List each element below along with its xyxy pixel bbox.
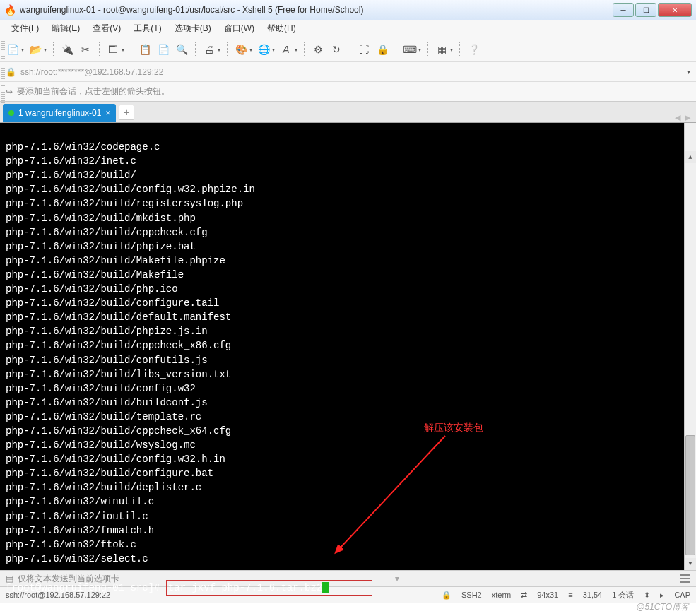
status-nav-icon[interactable]: ⬍ — [644, 591, 650, 600]
app-icon: 🔥 — [4, 4, 16, 16]
dropdown-icon[interactable]: ▾ — [418, 47, 421, 53]
address-dropdown-icon[interactable]: ▾ — [687, 68, 690, 76]
toolbar: 📄▾ 📂▾ 🔌 ✂ 🗔▾ 📋 📄 🔍 🖨▾ 🎨▾ 🌐▾ A▾ ⚙ ↻ ⛶ 🔒 ⌨… — [0, 37, 696, 62]
tab-add-button[interactable]: + — [119, 105, 134, 120]
encoding-icon[interactable]: 🌐 — [256, 42, 271, 57]
separator — [350, 42, 350, 57]
tab-close-icon[interactable]: × — [105, 108, 110, 118]
watermark: @51CTO博客 — [636, 601, 689, 613]
separator — [99, 42, 100, 57]
tab-status-icon — [8, 110, 14, 116]
status-lock-icon: 🔒 — [442, 591, 452, 600]
terminal-prompt: [root@wangruifeng-01 src]# — [6, 582, 166, 593]
find-icon[interactable]: 🔍 — [175, 42, 189, 57]
print-icon[interactable]: 🖨 — [202, 42, 216, 57]
help-icon[interactable]: ❔ — [466, 42, 480, 57]
status-sessions: 1 会话 — [612, 590, 634, 600]
menu-view[interactable]: 查看(V) — [87, 20, 126, 37]
address-url[interactable]: ssh://root:********@192.168.57.129:22 — [20, 67, 163, 77]
menu-bar: 文件(F) 编辑(E) 查看(V) 工具(T) 选项卡(B) 窗口(W) 帮助(… — [0, 20, 696, 37]
copy-icon[interactable]: 📋 — [138, 42, 152, 57]
hint-text: 要添加当前会话，点击左侧的箭头按钮。 — [17, 85, 170, 97]
scroll-up-icon[interactable]: ▲ — [685, 151, 696, 163]
separator — [131, 42, 131, 57]
new-session-icon[interactable]: 📄 — [6, 42, 20, 57]
reconnect-icon[interactable]: 🔌 — [60, 42, 74, 57]
options-icon[interactable]: ▦ — [435, 42, 449, 57]
properties-icon[interactable]: 🗔 — [106, 42, 120, 57]
status-pos-icon: ≡ — [568, 591, 572, 599]
minimize-button[interactable]: ─ — [613, 3, 634, 17]
tab-prev-icon[interactable]: ◀ — [675, 113, 680, 122]
window-title: wangruifenglinux-01 - root@wangruifeng-0… — [20, 5, 613, 15]
font-icon[interactable]: A — [279, 42, 293, 57]
send-dropdown-icon[interactable]: ▾ — [395, 574, 399, 584]
keyboard-icon[interactable]: ⌨ — [403, 42, 417, 57]
separator — [427, 42, 428, 57]
status-next-icon[interactable]: ▸ — [660, 591, 664, 600]
paste-icon[interactable]: 📄 — [156, 42, 170, 57]
menu-file[interactable]: 文件(F) — [6, 20, 45, 37]
toolbar-grip[interactable] — [1, 41, 5, 59]
dropdown-icon[interactable]: ▾ — [21, 47, 24, 53]
separator — [227, 42, 228, 57]
annotation-arrow — [332, 432, 459, 559]
status-size-icon: ⇄ — [521, 591, 527, 600]
terminal-command-highlight: tar jxvf php-7.1.6.tar.bz2 — [166, 580, 372, 596]
dropdown-icon[interactable]: ▾ — [218, 47, 220, 53]
separator — [396, 42, 396, 57]
tab-next-icon[interactable]: ▶ — [685, 113, 690, 122]
dropdown-icon[interactable]: ▾ — [272, 47, 275, 53]
maximize-button[interactable]: ☐ — [635, 3, 656, 17]
terminal-scrollbar[interactable]: ▲ ▼ — [684, 123, 696, 570]
terminal-output: php-7.1.6/win32/codepage.c php-7.1.6/win… — [6, 141, 255, 564]
status-ssh: SSH2 — [461, 591, 482, 599]
hint-arrow-icon: ↪ — [6, 87, 13, 97]
hint-bar: ↪ 要添加当前会话，点击左侧的箭头按钮。 — [0, 82, 696, 102]
lock-icon[interactable]: 🔒 — [375, 42, 389, 57]
disconnect-icon[interactable]: ✂ — [78, 42, 93, 57]
svg-line-0 — [339, 436, 445, 549]
menu-tools[interactable]: 工具(T) — [128, 20, 167, 37]
fullscreen-icon[interactable]: ⛶ — [357, 42, 371, 57]
menu-window[interactable]: 窗口(W) — [218, 20, 260, 37]
terminal-command: tar jxvf php-7.1.6.tar.bz2 — [168, 582, 322, 593]
dropdown-icon[interactable]: ▾ — [122, 47, 124, 53]
menu-edit[interactable]: 编辑(E) — [46, 20, 85, 37]
dropdown-icon[interactable]: ▾ — [249, 47, 252, 53]
dropdown-icon[interactable]: ▾ — [44, 47, 47, 53]
dropdown-icon[interactable]: ▾ — [450, 47, 453, 53]
scroll-down-icon[interactable]: ▼ — [685, 558, 696, 570]
transfer-icon[interactable]: ↻ — [329, 42, 343, 57]
address-grip[interactable] — [1, 66, 5, 83]
title-bar: 🔥 wangruifenglinux-01 - root@wangruifeng… — [0, 0, 696, 20]
address-bar: 🔒 ssh://root:********@192.168.57.129:22 … — [0, 62, 696, 82]
terminal[interactable]: php-7.1.6/win32/codepage.c php-7.1.6/win… — [0, 123, 696, 570]
send-menu-icon[interactable] — [680, 574, 690, 583]
dropdown-icon[interactable]: ▾ — [295, 47, 297, 53]
separator — [304, 42, 305, 57]
color-icon[interactable]: 🎨 — [234, 42, 248, 57]
status-size: 94x31 — [537, 591, 558, 599]
open-icon[interactable]: 📂 — [28, 42, 42, 57]
close-button[interactable]: ✕ — [658, 3, 692, 17]
session-tab[interactable]: 1 wangruifenglinux-01 × — [3, 104, 116, 122]
separator — [53, 42, 54, 57]
tab-label: 1 wangruifenglinux-01 — [18, 108, 101, 118]
menu-tabs[interactable]: 选项卡(B) — [169, 20, 217, 37]
scroll-thumb[interactable] — [685, 435, 695, 555]
status-position: 31,54 — [583, 591, 603, 599]
status-term: xterm — [492, 591, 512, 599]
status-cap: CAP — [674, 591, 690, 599]
menu-help[interactable]: 帮助(H) — [261, 20, 302, 37]
separator — [195, 42, 196, 57]
script-icon[interactable]: ⚙ — [311, 42, 325, 57]
address-lock-icon: 🔒 — [6, 67, 16, 77]
cursor — [322, 582, 329, 593]
separator — [459, 42, 460, 57]
tab-strip: 1 wangruifenglinux-01 × + ◀ ▶ — [0, 102, 696, 123]
hint-grip[interactable] — [1, 85, 5, 103]
